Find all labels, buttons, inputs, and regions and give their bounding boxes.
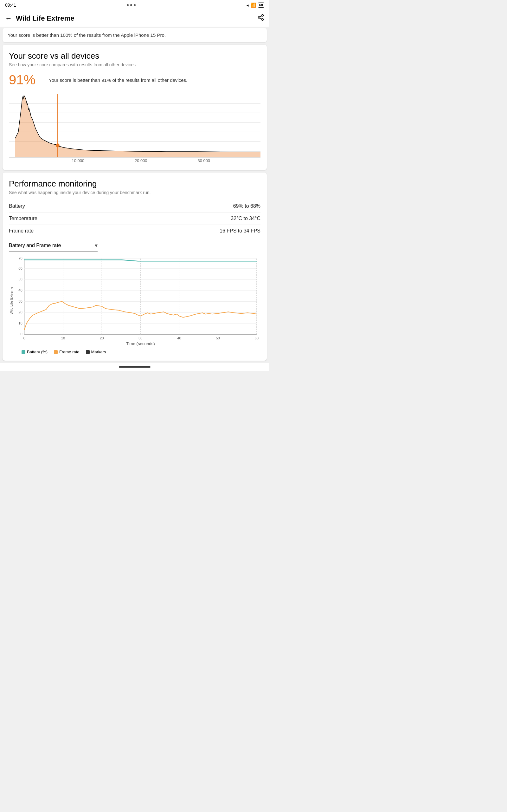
svg-point-12 <box>56 143 60 147</box>
perf-section-title: Performance monitoring <box>9 179 261 189</box>
battery-legend-color <box>21 350 25 354</box>
home-bar <box>119 366 151 368</box>
perf-metrics-table: Battery 69% to 68% Temperature 32°C to 3… <box>9 200 261 237</box>
svg-text:30: 30 <box>18 299 22 303</box>
share-button[interactable] <box>257 14 264 23</box>
svg-text:60: 60 <box>255 336 259 340</box>
svg-text:20 000: 20 000 <box>135 158 147 163</box>
performance-card: Performance monitoring See what was happ… <box>3 172 267 361</box>
svg-line-3 <box>260 18 262 19</box>
battery-value: 69% to 68% <box>233 203 261 209</box>
legend-battery: Battery (%) <box>21 350 48 354</box>
dropdown-label: Battery and Frame rate <box>9 243 92 248</box>
temperature-label: Temperature <box>9 216 38 221</box>
score-distribution-chart: 10 000 20 000 30 000 Score <box>9 94 261 164</box>
battery-legend-label: Battery (%) <box>27 350 48 354</box>
svg-text:Wild Life Extreme: Wild Life Extreme <box>9 287 13 315</box>
legend-markers: Markers <box>86 350 106 354</box>
svg-line-4 <box>260 16 262 17</box>
framerate-legend-color <box>54 350 58 354</box>
performance-line-chart: Wild Life Extreme 0 10 20 30 40 50 60 7 <box>9 255 261 354</box>
status-icons: ◂ 📶 68 <box>246 3 264 8</box>
status-time: 09:41 <box>5 3 16 8</box>
top-info-card: Your score is better than 100% of the re… <box>3 28 267 42</box>
back-button[interactable]: ← <box>5 14 12 22</box>
svg-text:20: 20 <box>18 310 22 314</box>
score-percent: 91% <box>9 72 44 88</box>
svg-text:40: 40 <box>18 288 22 292</box>
perf-section-subtitle: See what was happening inside your devic… <box>9 190 261 195</box>
framerate-label: Frame rate <box>9 228 34 234</box>
score-section-subtitle: See how your score compares with results… <box>9 62 261 67</box>
svg-text:10: 10 <box>61 336 65 340</box>
svg-text:Time (seconds): Time (seconds) <box>126 341 155 346</box>
score-row: 91% Your score is better than 91% of the… <box>9 72 261 88</box>
svg-text:20: 20 <box>100 336 104 340</box>
svg-text:10 000: 10 000 <box>72 158 84 163</box>
svg-text:30 000: 30 000 <box>198 158 210 163</box>
chevron-down-icon: ▾ <box>95 242 98 249</box>
chart-type-dropdown[interactable]: Battery and Frame rate ▾ <box>9 242 98 252</box>
notification-dots <box>127 4 135 6</box>
svg-text:30: 30 <box>138 336 142 340</box>
signal-icon: ◂ <box>246 3 249 8</box>
table-row: Battery 69% to 68% <box>9 200 261 212</box>
svg-text:40: 40 <box>177 336 181 340</box>
battery-label: Battery <box>9 203 25 209</box>
svg-text:0: 0 <box>20 332 22 336</box>
markers-legend-label: Markers <box>91 350 106 354</box>
svg-text:50: 50 <box>216 336 220 340</box>
svg-text:70: 70 <box>18 256 22 260</box>
score-description: Your score is better than 91% of the res… <box>49 77 187 84</box>
score-card: Your score vs all devices See how your s… <box>3 45 267 170</box>
svg-text:Score: Score <box>129 163 140 164</box>
framerate-value: 16 FPS to 34 FPS <box>220 228 261 234</box>
legend-framerate: Frame rate <box>54 350 79 354</box>
svg-text:50: 50 <box>18 277 22 281</box>
home-indicator <box>0 363 269 371</box>
status-bar: 09:41 ◂ 📶 68 <box>0 0 269 10</box>
table-row: Frame rate 16 FPS to 34 FPS <box>9 225 261 237</box>
score-section-title: Your score vs all devices <box>9 51 261 61</box>
chart-legend: Battery (%) Frame rate Markers <box>9 350 261 354</box>
svg-text:0: 0 <box>23 336 25 340</box>
svg-text:60: 60 <box>18 266 22 270</box>
framerate-legend-label: Frame rate <box>59 350 79 354</box>
battery-level: 68 <box>259 3 263 7</box>
wifi-icon: 📶 <box>250 3 256 8</box>
svg-text:10: 10 <box>18 321 22 325</box>
top-bar: ← Wild Life Extreme <box>0 10 269 27</box>
top-info-text: Your score is better than 100% of the re… <box>8 32 166 38</box>
temperature-value: 32°C to 34°C <box>231 216 261 221</box>
table-row: Temperature 32°C to 34°C <box>9 212 261 225</box>
markers-legend-color <box>86 350 90 354</box>
page-title: Wild Life Extreme <box>16 14 74 22</box>
